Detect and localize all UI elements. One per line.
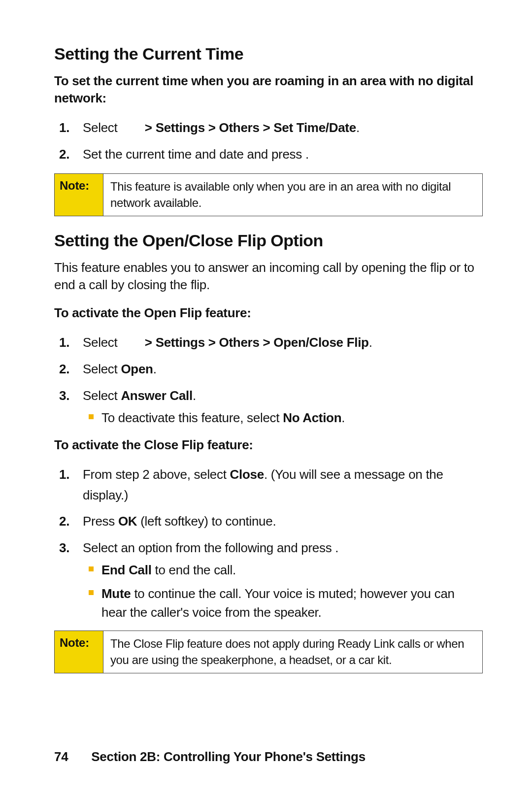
- step: 2. Set the current time and date and pre…: [83, 144, 483, 165]
- note-label: Note:: [55, 631, 103, 673]
- steps-set-time: 1. Select > Settings > Others > Set Time…: [54, 118, 483, 165]
- note-text: The Close Flip feature does not apply du…: [103, 631, 482, 673]
- text: Select: [83, 120, 121, 135]
- step: 3. Select an option from the following a…: [83, 538, 483, 622]
- note-box: Note: The Close Flip feature does not ap…: [54, 631, 483, 673]
- list-item: To deactivate this feature, select No Ac…: [101, 409, 483, 428]
- step: 1. Select > Settings > Others > Open/Clo…: [83, 332, 483, 353]
- steps-open: 1. Select > Settings > Others > Open/Clo…: [54, 332, 483, 427]
- intro-flip: This feature enables you to answer an in…: [54, 259, 483, 294]
- bold: Close: [230, 467, 264, 482]
- intro-set-time: To set the current time when you are roa…: [54, 72, 483, 107]
- text: .: [356, 120, 360, 135]
- list-item: End Call to end the call.: [101, 561, 483, 580]
- text: Set the current time and date and press …: [83, 147, 309, 162]
- step: 1. From step 2 above, select Close. (You…: [83, 465, 483, 505]
- steps-close: 1. From step 2 above, select Close. (You…: [54, 465, 483, 622]
- text: From step 2 above, select: [83, 467, 230, 482]
- note-box: Note: This feature is available only whe…: [54, 173, 483, 216]
- step: 1. Select > Settings > Others > Set Time…: [83, 118, 483, 138]
- text: .: [369, 335, 372, 350]
- text: Select an option from the following and …: [83, 540, 338, 555]
- text: Select: [83, 335, 121, 350]
- step: 2. Select Open.: [83, 359, 483, 380]
- bold: End Call: [101, 563, 152, 577]
- text: to continue the call. Your voice is mute…: [101, 586, 455, 620]
- note-text: This feature is available only when you …: [103, 174, 482, 216]
- page-number: 74: [54, 749, 68, 764]
- text: .: [193, 388, 196, 403]
- text: .: [341, 410, 345, 425]
- bold: Open: [121, 362, 153, 376]
- text: (left softkey) to continue.: [137, 514, 276, 529]
- list-item: Mute to continue the call. Your voice is…: [101, 585, 483, 622]
- step: 2. Press OK (left softkey) to continue.: [83, 511, 483, 532]
- text: Select: [83, 362, 121, 376]
- heading-set-time: Setting the Current Time: [54, 44, 483, 64]
- text: Select: [83, 388, 121, 403]
- text: .: [153, 362, 157, 376]
- bold: OK: [118, 514, 137, 529]
- bold: Answer Call: [121, 388, 193, 403]
- page-footer: 74 Section 2B: Controlling Your Phone's …: [54, 749, 366, 765]
- footer-title: Section 2B: Controlling Your Phone's Set…: [91, 749, 366, 764]
- step: 3. Select Answer Call. To deactivate thi…: [83, 386, 483, 428]
- text: to end the call.: [152, 563, 236, 577]
- path: > Settings > Others > Open/Close Flip: [145, 335, 369, 350]
- subhead-open: To activate the Open Flip feature:: [54, 304, 483, 322]
- subhead-close: To activate the Close Flip feature:: [54, 436, 483, 454]
- bold: No Action: [283, 410, 341, 425]
- heading-flip: Setting the Open/Close Flip Option: [54, 231, 483, 250]
- path: > Settings > Others > Set Time/Date: [145, 120, 356, 135]
- sub-list: End Call to end the call. Mute to contin…: [83, 561, 483, 622]
- note-label: Note:: [55, 174, 103, 216]
- text: Press: [83, 514, 118, 529]
- text: To deactivate this feature, select: [101, 410, 283, 425]
- bold: Mute: [101, 586, 131, 601]
- sub-list: To deactivate this feature, select No Ac…: [83, 409, 483, 428]
